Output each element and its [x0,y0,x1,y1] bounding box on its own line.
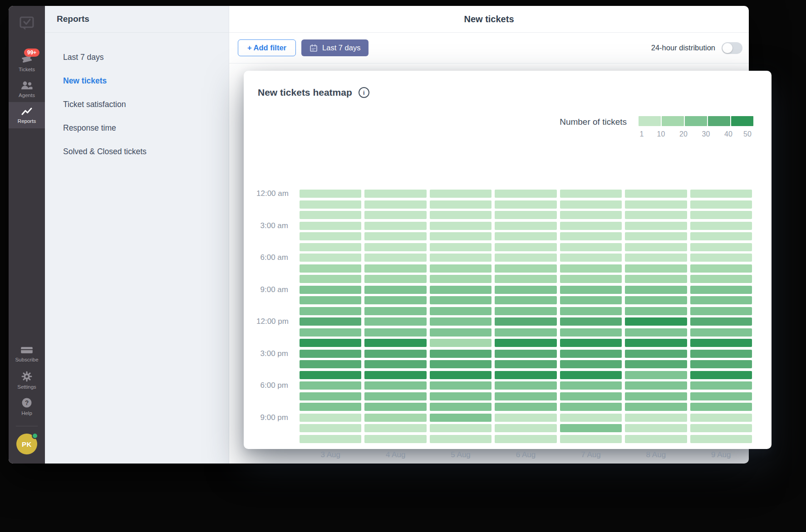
heatmap-cell[interactable] [690,350,752,358]
heatmap-cell[interactable] [560,371,622,379]
heatmap-cell[interactable] [560,328,622,337]
heatmap-cell[interactable] [300,403,361,411]
heatmap-cell[interactable] [430,339,491,347]
heatmap-cell[interactable] [625,339,687,347]
heatmap-cell[interactable] [690,381,752,390]
heatmap-cell[interactable] [364,190,426,198]
heatmap-cell[interactable] [560,254,622,262]
heatmap-cell[interactable] [560,222,622,230]
heatmap-cell[interactable] [364,286,426,294]
heatmap-cell[interactable] [690,200,752,209]
heatmap-cell[interactable] [364,350,426,358]
heatmap-cell[interactable] [560,275,622,283]
heatmap-cell[interactable] [300,264,361,273]
heatmap-cell[interactable] [364,307,426,315]
heatmap-cell[interactable] [625,371,687,379]
heatmap-cell[interactable] [430,190,491,198]
heatmap-cell[interactable] [495,339,556,347]
heatmap-cell[interactable] [560,296,622,304]
heatmap-cell[interactable] [364,403,426,411]
heatmap-cell[interactable] [495,243,556,251]
heatmap-cell[interactable] [690,307,752,315]
heatmap-cell[interactable] [495,317,556,326]
heatmap-cell[interactable] [495,350,556,358]
heatmap-cell[interactable] [364,424,426,432]
reports-nav-item[interactable]: Ticket satisfaction [45,93,229,116]
heatmap-cell[interactable] [625,200,687,209]
heatmap-cell[interactable] [495,222,556,230]
heatmap-cell[interactable] [625,381,687,390]
heatmap-cell[interactable] [430,381,491,390]
heatmap-cell[interactable] [430,264,491,273]
heatmap-cell[interactable] [430,254,491,262]
heatmap-cell[interactable] [625,275,687,283]
heatmap-cell[interactable] [430,243,491,251]
heatmap-cell[interactable] [625,360,687,368]
heatmap-cell[interactable] [690,222,752,230]
heatmap-cell[interactable] [560,381,622,390]
heatmap-cell[interactable] [495,211,556,219]
heatmap-cell[interactable] [430,328,491,337]
heatmap-cell[interactable] [495,424,556,432]
heatmap-cell[interactable] [430,296,491,304]
heatmap-cell[interactable] [560,435,622,443]
heatmap-cell[interactable] [690,435,752,443]
heatmap-cell[interactable] [300,286,361,294]
heatmap-cell[interactable] [300,296,361,304]
add-filter-button[interactable]: + Add filter [238,39,296,56]
heatmap-cell[interactable] [430,392,491,400]
sidebar-item-tickets[interactable]: 99+ Tickets [9,49,45,76]
heatmap-cell[interactable] [300,222,361,230]
heatmap-cell[interactable] [430,275,491,283]
date-range-button[interactable]: Last 7 days [301,39,369,56]
heatmap-cell[interactable] [625,328,687,337]
heatmap-cell[interactable] [625,435,687,443]
heatmap-cell[interactable] [495,381,556,390]
heatmap-cell[interactable] [300,339,361,347]
heatmap-cell[interactable] [690,360,752,368]
heatmap-cell[interactable] [300,371,361,379]
heatmap-cell[interactable] [625,243,687,251]
heatmap-cell[interactable] [690,264,752,273]
heatmap-cell[interactable] [625,296,687,304]
sidebar-item-settings[interactable]: Settings [9,367,45,393]
heatmap-cell[interactable] [560,392,622,400]
heatmap-cell[interactable] [364,243,426,251]
heatmap-cell[interactable] [430,414,491,422]
distribution-toggle[interactable] [722,42,742,54]
heatmap-cell[interactable] [690,414,752,422]
heatmap-cell[interactable] [364,275,426,283]
heatmap-cell[interactable] [300,328,361,337]
heatmap-cell[interactable] [495,296,556,304]
heatmap-cell[interactable] [690,403,752,411]
heatmap-cell[interactable] [690,317,752,326]
heatmap-cell[interactable] [300,350,361,358]
heatmap-cell[interactable] [625,286,687,294]
heatmap-cell[interactable] [560,414,622,422]
heatmap-cell[interactable] [495,435,556,443]
heatmap-cell[interactable] [690,296,752,304]
heatmap-cell[interactable] [690,371,752,379]
heatmap-cell[interactable] [300,414,361,422]
reports-nav-item[interactable]: New tickets [45,69,229,93]
heatmap-cell[interactable] [625,424,687,432]
heatmap-cell[interactable] [300,243,361,251]
heatmap-cell[interactable] [300,275,361,283]
heatmap-cell[interactable] [430,200,491,209]
heatmap-cell[interactable] [430,232,491,240]
reports-nav-item[interactable]: Solved & Closed tickets [45,140,229,163]
heatmap-cell[interactable] [625,392,687,400]
sidebar-item-agents[interactable]: Agents [9,76,45,102]
heatmap-cell[interactable] [495,264,556,273]
heatmap-cell[interactable] [690,275,752,283]
heatmap-cell[interactable] [495,371,556,379]
heatmap-cell[interactable] [625,307,687,315]
heatmap-cell[interactable] [625,414,687,422]
heatmap-cell[interactable] [690,190,752,198]
heatmap-cell[interactable] [690,243,752,251]
heatmap-cell[interactable] [364,392,426,400]
heatmap-cell[interactable] [430,403,491,411]
heatmap-cell[interactable] [625,211,687,219]
heatmap-cell[interactable] [560,350,622,358]
heatmap-cell[interactable] [690,424,752,432]
